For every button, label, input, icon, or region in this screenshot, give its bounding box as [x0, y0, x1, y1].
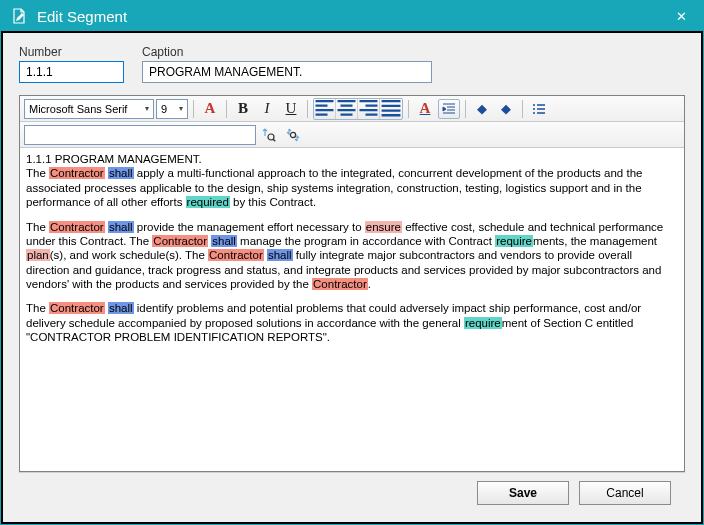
- svg-point-3: [268, 134, 274, 140]
- dialog-body: Number Caption Microsoft Sans Serif ▾ 9: [1, 31, 703, 524]
- titlebar: Edit Segment ✕: [1, 1, 703, 31]
- doc-paragraph-2: The Contractor shall provide the managem…: [26, 220, 678, 292]
- find-button[interactable]: [258, 125, 280, 145]
- caption-input[interactable]: [142, 61, 432, 83]
- highlight-shall: shall: [267, 249, 293, 261]
- svg-point-0: [533, 104, 535, 106]
- dialog-footer: Save Cancel: [19, 472, 685, 512]
- bold-button[interactable]: B: [232, 99, 254, 119]
- save-button[interactable]: Save: [477, 481, 569, 505]
- search-input[interactable]: [24, 125, 256, 145]
- separator: [226, 100, 227, 118]
- align-right-button[interactable]: [358, 99, 380, 119]
- svg-point-1: [533, 108, 535, 110]
- number-field: Number: [19, 45, 124, 83]
- highlight-contractor: Contractor: [152, 235, 208, 247]
- header-fields: Number Caption: [19, 45, 685, 83]
- caption-field: Caption: [142, 45, 685, 83]
- search-toolbar: [20, 122, 684, 148]
- align-group: [313, 98, 403, 120]
- doc-paragraph-1: The Contractor shall apply a multi-funct…: [26, 166, 678, 209]
- highlight-shall: shall: [108, 167, 134, 179]
- find-replace-button[interactable]: [282, 125, 304, 145]
- cancel-button[interactable]: Cancel: [579, 481, 671, 505]
- highlight-shall: shall: [108, 302, 134, 314]
- highlight-shall: shall: [211, 235, 237, 247]
- bullet-list-button[interactable]: [528, 99, 550, 119]
- highlight-contractor: Contractor: [49, 302, 105, 314]
- separator: [465, 100, 466, 118]
- highlight-require: require: [495, 235, 533, 247]
- document-area[interactable]: 1.1.1 PROGRAM MANAGEMENT. The Contractor…: [20, 148, 684, 471]
- highlight-shall: shall: [108, 221, 134, 233]
- doc-paragraph-3: The Contractor shall identify problems a…: [26, 301, 678, 344]
- italic-button[interactable]: I: [256, 99, 278, 119]
- highlight-contractor: Contractor: [208, 249, 264, 261]
- outdent-right-button[interactable]: ◆: [495, 99, 517, 119]
- content-panel: Number Caption Microsoft Sans Serif ▾ 9: [3, 33, 701, 522]
- align-center-button[interactable]: [336, 99, 358, 119]
- chevron-down-icon: ▾: [145, 104, 149, 113]
- svg-point-2: [533, 112, 535, 114]
- highlight-color-button[interactable]: A: [414, 99, 436, 119]
- window-title: Edit Segment: [37, 8, 669, 25]
- edit-segment-dialog: Edit Segment ✕ Number Caption Microsoft …: [0, 0, 704, 525]
- underline-button[interactable]: U: [280, 99, 302, 119]
- highlight-required: required: [186, 196, 230, 208]
- font-family-select[interactable]: Microsoft Sans Serif ▾: [24, 99, 154, 119]
- outdent-left-button[interactable]: ◆: [471, 99, 493, 119]
- highlight-require: require: [464, 317, 502, 329]
- highlight-contractor: Contractor: [49, 221, 105, 233]
- separator: [307, 100, 308, 118]
- number-label: Number: [19, 45, 124, 59]
- highlight-contractor: Contractor: [312, 278, 368, 290]
- highlight-ensure: ensure: [365, 221, 402, 233]
- document-pencil-icon: [11, 8, 27, 24]
- align-left-button[interactable]: [314, 99, 336, 119]
- font-size-value: 9: [161, 103, 167, 115]
- indent-button[interactable]: [438, 99, 460, 119]
- format-toolbar: Microsoft Sans Serif ▾ 9 ▾ A B I U: [20, 96, 684, 122]
- number-input[interactable]: [19, 61, 124, 83]
- doc-heading: 1.1.1 PROGRAM MANAGEMENT.: [26, 152, 678, 166]
- align-justify-button[interactable]: [380, 99, 402, 119]
- highlight-plan: plan: [26, 249, 50, 261]
- chevron-down-icon: ▾: [179, 104, 183, 113]
- font-size-select[interactable]: 9 ▾: [156, 99, 188, 119]
- font-color-button[interactable]: A: [199, 99, 221, 119]
- separator: [522, 100, 523, 118]
- caption-label: Caption: [142, 45, 685, 59]
- separator: [408, 100, 409, 118]
- rich-text-editor: Microsoft Sans Serif ▾ 9 ▾ A B I U: [19, 95, 685, 472]
- highlight-contractor: Contractor: [49, 167, 105, 179]
- close-button[interactable]: ✕: [669, 4, 693, 28]
- svg-point-4: [290, 132, 295, 137]
- separator: [193, 100, 194, 118]
- font-family-value: Microsoft Sans Serif: [29, 103, 127, 115]
